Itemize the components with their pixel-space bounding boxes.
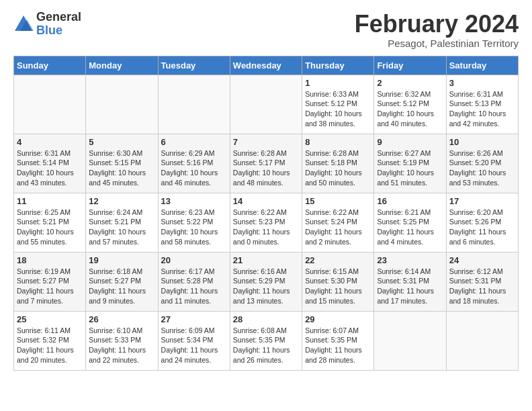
- title-section: February 2024 Pesagot, Palestinian Terri…: [355, 11, 519, 49]
- calendar-cell: [86, 75, 158, 134]
- day-info: Sunrise: 6:33 AM Sunset: 5:12 PM Dayligh…: [305, 89, 371, 129]
- day-info: Sunrise: 6:28 AM Sunset: 5:17 PM Dayligh…: [233, 148, 299, 188]
- calendar-cell: 16Sunrise: 6:21 AM Sunset: 5:25 PM Dayli…: [374, 193, 446, 252]
- day-info: Sunrise: 6:32 AM Sunset: 5:12 PM Dayligh…: [377, 89, 443, 129]
- day-info: Sunrise: 6:22 AM Sunset: 5:24 PM Dayligh…: [305, 208, 371, 247]
- calendar-cell: 19Sunrise: 6:18 AM Sunset: 5:27 PM Dayli…: [86, 252, 158, 311]
- calendar-cell: 27Sunrise: 6:09 AM Sunset: 5:34 PM Dayli…: [158, 311, 230, 370]
- day-number: 18: [17, 255, 83, 265]
- calendar-cell: 12Sunrise: 6:24 AM Sunset: 5:21 PM Dayli…: [86, 193, 158, 252]
- day-info: Sunrise: 6:30 AM Sunset: 5:15 PM Dayligh…: [89, 148, 154, 188]
- day-number: 28: [233, 314, 299, 324]
- calendar-cell: 10Sunrise: 6:26 AM Sunset: 5:20 PM Dayli…: [446, 134, 518, 193]
- day-number: 20: [161, 255, 227, 265]
- day-info: Sunrise: 6:29 AM Sunset: 5:16 PM Dayligh…: [161, 148, 227, 188]
- day-info: Sunrise: 6:07 AM Sunset: 5:35 PM Dayligh…: [305, 326, 371, 365]
- calendar-cell: [374, 311, 446, 370]
- week-row-2: 4Sunrise: 6:31 AM Sunset: 5:14 PM Daylig…: [14, 134, 519, 193]
- header-day-thursday: Thursday: [302, 56, 374, 75]
- logo: General Blue: [13, 11, 81, 38]
- day-number: 29: [305, 314, 371, 324]
- day-info: Sunrise: 6:15 AM Sunset: 5:30 PM Dayligh…: [305, 267, 371, 306]
- calendar-cell: 15Sunrise: 6:22 AM Sunset: 5:24 PM Dayli…: [302, 193, 374, 252]
- day-info: Sunrise: 6:11 AM Sunset: 5:32 PM Dayligh…: [17, 326, 83, 365]
- day-number: 15: [305, 196, 371, 206]
- calendar-cell: 22Sunrise: 6:15 AM Sunset: 5:30 PM Dayli…: [302, 252, 374, 311]
- calendar-cell: [158, 75, 230, 134]
- day-number: 24: [449, 255, 515, 265]
- day-info: Sunrise: 6:14 AM Sunset: 5:31 PM Dayligh…: [377, 267, 443, 306]
- day-number: 25: [17, 314, 83, 324]
- day-info: Sunrise: 6:18 AM Sunset: 5:27 PM Dayligh…: [89, 267, 154, 306]
- logo-general: General: [36, 11, 81, 24]
- calendar-cell: 8Sunrise: 6:28 AM Sunset: 5:18 PM Daylig…: [302, 134, 374, 193]
- calendar-cell: 4Sunrise: 6:31 AM Sunset: 5:14 PM Daylig…: [14, 134, 86, 193]
- day-info: Sunrise: 6:10 AM Sunset: 5:33 PM Dayligh…: [89, 326, 154, 365]
- calendar-cell: 26Sunrise: 6:10 AM Sunset: 5:33 PM Dayli…: [86, 311, 158, 370]
- day-number: 16: [377, 196, 443, 206]
- day-info: Sunrise: 6:12 AM Sunset: 5:31 PM Dayligh…: [449, 267, 515, 306]
- day-number: 19: [89, 255, 154, 265]
- week-row-3: 11Sunrise: 6:25 AM Sunset: 5:21 PM Dayli…: [14, 193, 519, 252]
- calendar-table: SundayMondayTuesdayWednesdayThursdayFrid…: [13, 56, 519, 371]
- calendar-cell: 2Sunrise: 6:32 AM Sunset: 5:12 PM Daylig…: [374, 75, 446, 134]
- day-number: 8: [305, 137, 371, 147]
- calendar-cell: 17Sunrise: 6:20 AM Sunset: 5:26 PM Dayli…: [446, 193, 518, 252]
- day-info: Sunrise: 6:27 AM Sunset: 5:19 PM Dayligh…: [377, 148, 443, 188]
- page-header: General Blue February 2024 Pesagot, Pale…: [13, 11, 519, 49]
- calendar-cell: 20Sunrise: 6:17 AM Sunset: 5:28 PM Dayli…: [158, 252, 230, 311]
- calendar-cell: 23Sunrise: 6:14 AM Sunset: 5:31 PM Dayli…: [374, 252, 446, 311]
- day-info: Sunrise: 6:31 AM Sunset: 5:14 PM Dayligh…: [17, 148, 83, 188]
- header-day-sunday: Sunday: [14, 56, 86, 75]
- header-day-tuesday: Tuesday: [158, 56, 230, 75]
- header-row: SundayMondayTuesdayWednesdayThursdayFrid…: [14, 56, 519, 75]
- day-number: 9: [377, 137, 443, 147]
- calendar-cell: 6Sunrise: 6:29 AM Sunset: 5:16 PM Daylig…: [158, 134, 230, 193]
- location-subtitle: Pesagot, Palestinian Territory: [355, 38, 519, 49]
- day-number: 4: [17, 137, 83, 147]
- calendar-cell: 28Sunrise: 6:08 AM Sunset: 5:35 PM Dayli…: [230, 311, 302, 370]
- day-info: Sunrise: 6:09 AM Sunset: 5:34 PM Dayligh…: [161, 326, 227, 365]
- day-info: Sunrise: 6:20 AM Sunset: 5:26 PM Dayligh…: [449, 208, 515, 247]
- day-number: 5: [89, 137, 154, 147]
- calendar-cell: [230, 75, 302, 134]
- calendar-cell: 3Sunrise: 6:31 AM Sunset: 5:13 PM Daylig…: [446, 75, 518, 134]
- day-info: Sunrise: 6:26 AM Sunset: 5:20 PM Dayligh…: [449, 148, 515, 188]
- day-number: 11: [17, 196, 83, 206]
- day-info: Sunrise: 6:22 AM Sunset: 5:23 PM Dayligh…: [233, 208, 299, 247]
- day-info: Sunrise: 6:24 AM Sunset: 5:21 PM Dayligh…: [89, 208, 154, 247]
- calendar-cell: [446, 311, 518, 370]
- week-row-5: 25Sunrise: 6:11 AM Sunset: 5:32 PM Dayli…: [14, 311, 519, 370]
- calendar-cell: 14Sunrise: 6:22 AM Sunset: 5:23 PM Dayli…: [230, 193, 302, 252]
- day-info: Sunrise: 6:28 AM Sunset: 5:18 PM Dayligh…: [305, 148, 371, 188]
- calendar-cell: [14, 75, 86, 134]
- calendar-cell: 7Sunrise: 6:28 AM Sunset: 5:17 PM Daylig…: [230, 134, 302, 193]
- day-number: 23: [377, 255, 443, 265]
- calendar-cell: 13Sunrise: 6:23 AM Sunset: 5:22 PM Dayli…: [158, 193, 230, 252]
- day-info: Sunrise: 6:17 AM Sunset: 5:28 PM Dayligh…: [161, 267, 227, 306]
- day-info: Sunrise: 6:31 AM Sunset: 5:13 PM Dayligh…: [449, 89, 515, 129]
- logo-icon: [13, 14, 34, 34]
- day-info: Sunrise: 6:08 AM Sunset: 5:35 PM Dayligh…: [233, 326, 299, 365]
- day-number: 12: [89, 196, 154, 206]
- day-number: 7: [233, 137, 299, 147]
- logo-blue: Blue: [36, 24, 81, 38]
- calendar-cell: 1Sunrise: 6:33 AM Sunset: 5:12 PM Daylig…: [302, 75, 374, 134]
- day-number: 13: [161, 196, 227, 206]
- header-day-saturday: Saturday: [446, 56, 518, 75]
- calendar-cell: 24Sunrise: 6:12 AM Sunset: 5:31 PM Dayli…: [446, 252, 518, 311]
- day-number: 10: [449, 137, 515, 147]
- logo-text: General Blue: [36, 11, 81, 38]
- header-day-monday: Monday: [86, 56, 158, 75]
- day-number: 21: [233, 255, 299, 265]
- header-day-wednesday: Wednesday: [230, 56, 302, 75]
- calendar-cell: 21Sunrise: 6:16 AM Sunset: 5:29 PM Dayli…: [230, 252, 302, 311]
- week-row-4: 18Sunrise: 6:19 AM Sunset: 5:27 PM Dayli…: [14, 252, 519, 311]
- day-number: 14: [233, 196, 299, 206]
- day-number: 22: [305, 255, 371, 265]
- calendar-cell: 29Sunrise: 6:07 AM Sunset: 5:35 PM Dayli…: [302, 311, 374, 370]
- month-title: February 2024: [355, 11, 519, 38]
- day-number: 6: [161, 137, 227, 147]
- day-info: Sunrise: 6:25 AM Sunset: 5:21 PM Dayligh…: [17, 208, 83, 247]
- day-number: 27: [161, 314, 227, 324]
